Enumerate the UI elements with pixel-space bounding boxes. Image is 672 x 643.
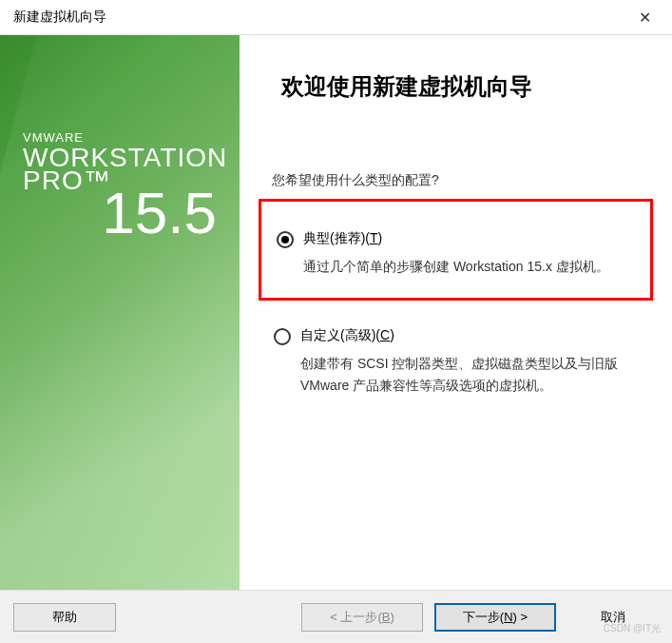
option-custom-label: 自定义(高级)(C) — [300, 327, 394, 344]
option-custom-desc: 创建带有 SCSI 控制器类型、虚拟磁盘类型以及与旧版 VMware 产品兼容性… — [274, 353, 638, 396]
option-custom[interactable]: 自定义(高级)(C) 创建带有 SCSI 控制器类型、虚拟磁盘类型以及与旧版 V… — [259, 310, 653, 405]
footer-bar: 帮助 < 上一步(B) 下一步(N) > 取消 — [0, 590, 672, 643]
radio-typical[interactable] — [277, 231, 294, 248]
content-area: VMWARE WORKSTATION PRO™ 15.5 欢迎使用新建虚拟机向导… — [0, 34, 672, 590]
titlebar: 新建虚拟机向导 ✕ — [0, 0, 672, 34]
radio-row-custom: 自定义(高级)(C) — [274, 327, 638, 345]
back-button: < 上一步(B) — [301, 603, 423, 632]
config-prompt: 您希望使用什么类型的配置? — [259, 172, 653, 189]
option-typical[interactable]: 典型(推荐)(T) 通过几个简单的步骤创建 Workstation 15.x 虚… — [259, 199, 653, 301]
cancel-button[interactable]: 取消 — [567, 603, 659, 632]
brand-block: VMWARE WORKSTATION PRO™ 15.5 — [23, 130, 240, 246]
sidebar-banner: VMWARE WORKSTATION PRO™ 15.5 — [0, 35, 240, 590]
window-title: 新建虚拟机向导 — [13, 9, 106, 26]
option-typical-label: 典型(推荐)(T) — [303, 230, 382, 247]
help-button[interactable]: 帮助 — [13, 603, 116, 632]
next-button[interactable]: 下一步(N) > — [434, 603, 556, 632]
radio-row-typical: 典型(推荐)(T) — [277, 230, 635, 248]
close-icon[interactable]: ✕ — [631, 7, 659, 29]
option-typical-desc: 通过几个简单的步骤创建 Workstation 15.x 虚拟机。 — [277, 256, 635, 277]
radio-custom[interactable] — [274, 328, 291, 345]
main-panel: 欢迎使用新建虚拟机向导 您希望使用什么类型的配置? 典型(推荐)(T) 通过几个… — [240, 35, 672, 590]
page-title: 欢迎使用新建虚拟机向导 — [259, 45, 653, 102]
